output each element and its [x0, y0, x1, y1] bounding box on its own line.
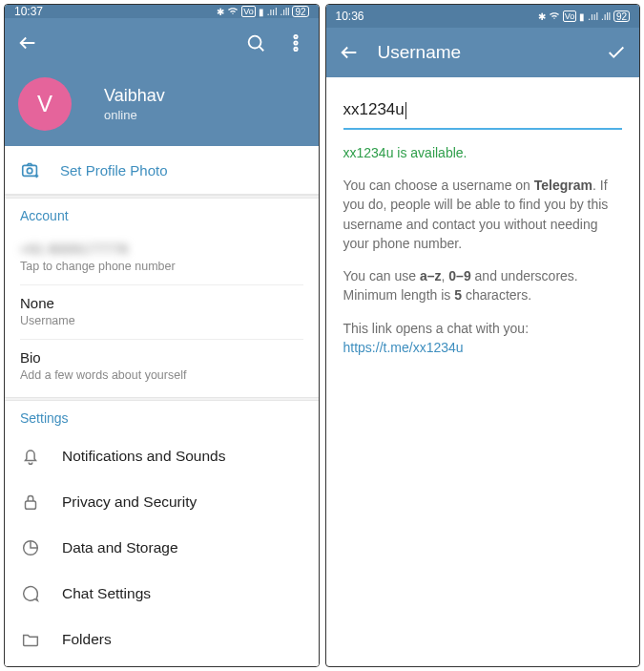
- profile-name: Vaibhav: [104, 86, 165, 106]
- svg-point-2: [294, 41, 297, 44]
- signal-icon: ▮: [259, 7, 264, 17]
- username-body: xx1234u xx1234u is available. You can ch…: [326, 77, 640, 370]
- username-header: Username: [326, 28, 640, 77]
- settings-item-label: Privacy and Security: [62, 493, 197, 511]
- set-profile-photo-button[interactable]: Set Profile Photo: [5, 146, 319, 195]
- text-caret: [405, 102, 406, 119]
- back-icon[interactable]: [338, 41, 361, 64]
- status-indicators: ✱ Vo ▮ .ııl .ıll 92: [538, 10, 630, 23]
- svg-point-0: [248, 36, 260, 49]
- signal-icon-3: .ıll: [280, 7, 289, 17]
- bluetooth-icon: ✱: [217, 7, 224, 17]
- settings-item-label: Data and Storage: [62, 539, 178, 556]
- wifi-icon: [227, 5, 239, 18]
- back-icon[interactable]: [16, 31, 39, 54]
- settings-item-folders[interactable]: Folders: [20, 617, 303, 662]
- phone-settings-screen: 10:37 ✱ Vo ▮ .ııl .ıll 92 V: [4, 4, 320, 667]
- settings-item-label: Folders: [62, 631, 112, 648]
- bio-value: Bio: [20, 349, 303, 366]
- lock-icon: [20, 492, 41, 513]
- phone-value: +91 8009177778: [20, 241, 303, 257]
- bluetooth-icon: ✱: [538, 11, 546, 22]
- status-time: 10:37: [14, 5, 43, 18]
- info-paragraph-1: You can choose a username on Telegram. I…: [343, 176, 623, 253]
- signal-icon: ▮: [579, 11, 585, 22]
- confirm-icon[interactable]: [605, 41, 628, 64]
- status-time: 10:36: [336, 10, 364, 23]
- phone-hint: Tap to change phone number: [20, 260, 303, 273]
- info-paragraph-2: You can use a–z, 0–9 and underscores. Mi…: [343, 266, 623, 305]
- more-icon[interactable]: [284, 31, 307, 54]
- svg-point-1: [294, 35, 297, 38]
- info-paragraph-3: This link opens a chat with you: https:/…: [343, 319, 623, 358]
- account-title: Account: [20, 208, 303, 223]
- page-title: Username: [378, 42, 462, 63]
- status-indicators: ✱ Vo ▮ .ııl .ıll 92: [217, 5, 308, 18]
- wifi-icon: [549, 10, 560, 23]
- folder-icon: [20, 629, 41, 650]
- svg-point-5: [27, 168, 31, 174]
- settings-item-notifications[interactable]: Notifications and Sounds: [20, 433, 303, 479]
- account-section: Account +91 8009177778 Tap to change pho…: [5, 199, 319, 397]
- camera-add-icon: [20, 159, 41, 180]
- battery-indicator: 92: [613, 10, 630, 22]
- search-icon[interactable]: [244, 31, 267, 54]
- bell-icon: [20, 446, 41, 467]
- profile-status: online: [104, 108, 165, 122]
- signal-icon-2: .ııl: [267, 7, 278, 17]
- chat-icon: [20, 583, 41, 604]
- settings-item-chat[interactable]: Chat Settings: [20, 571, 303, 617]
- battery-indicator: 92: [292, 6, 308, 17]
- status-bar: 10:37 ✱ Vo ▮ .ııl .ıll 92: [5, 5, 319, 18]
- settings-item-label: Chat Settings: [62, 585, 151, 602]
- username-link[interactable]: https://t.me/xx1234u: [343, 340, 464, 355]
- svg-point-3: [294, 48, 297, 51]
- set-photo-label: Set Profile Photo: [60, 162, 168, 178]
- volte-icon: Vo: [563, 10, 577, 22]
- profile-header: V Vaibhav online: [5, 18, 319, 146]
- username-value: None: [20, 295, 303, 311]
- volte-icon: Vo: [241, 6, 256, 17]
- username-input-wrap[interactable]: xx1234u: [343, 94, 623, 130]
- phone-number-item[interactable]: +91 8009177778 Tap to change phone numbe…: [20, 231, 303, 285]
- svg-rect-4: [23, 165, 37, 176]
- bio-hint: Add a few words about yourself: [20, 368, 303, 382]
- settings-section: Settings Notifications and Sounds Privac…: [5, 401, 319, 666]
- username-hint: Username: [20, 314, 303, 327]
- signal-icon-2: .ııl: [588, 11, 598, 22]
- settings-item-data[interactable]: Data and Storage: [20, 525, 303, 571]
- availability-text: xx1234u is available.: [343, 143, 623, 162]
- avatar[interactable]: V: [18, 77, 72, 131]
- settings-item-label: Notifications and Sounds: [62, 448, 225, 465]
- svg-rect-6: [26, 501, 36, 509]
- status-bar: 10:36 ✱ Vo ▮ .ııl .ıll 92: [326, 5, 640, 28]
- signal-icon-3: .ıll: [601, 11, 611, 22]
- bio-item[interactable]: Bio Add a few words about yourself: [20, 340, 303, 393]
- settings-item-privacy[interactable]: Privacy and Security: [20, 479, 303, 525]
- settings-title: Settings: [20, 410, 303, 426]
- pie-icon: [20, 537, 41, 558]
- profile-texts: Vaibhav online: [104, 86, 165, 122]
- username-input[interactable]: xx1234u: [343, 94, 623, 130]
- phone-username-screen: 10:36 ✱ Vo ▮ .ııl .ıll 92 Username xx: [325, 4, 641, 667]
- username-item[interactable]: None Username: [20, 285, 303, 340]
